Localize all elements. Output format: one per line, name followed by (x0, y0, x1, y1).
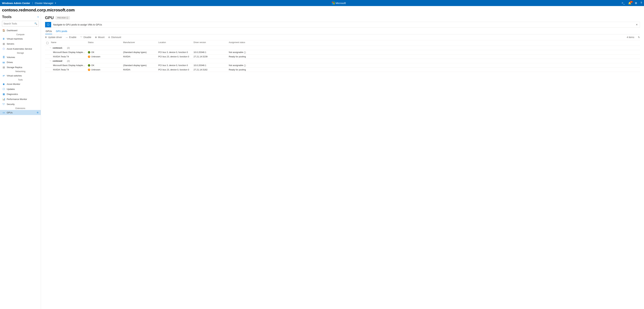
col-manufacturer[interactable]: Manufacturer (122, 40, 157, 46)
sidebar-item-icon: ▤ (2, 66, 5, 68)
cell-location: PCI bus 23, device 0, function 0 (157, 68, 192, 72)
cell-driver: 10.0.20348.1 (192, 63, 228, 68)
cell-assignment: Ready for pooling (228, 68, 640, 72)
cell-driver: 27.21.14.5239 (192, 54, 228, 59)
disable-button[interactable]: ﹀Disable (80, 36, 92, 39)
sidebar-item-label: GPUs (7, 111, 12, 114)
sidebar-item-label: Performance Monitor (7, 98, 27, 100)
sidebar-item-security[interactable]: 🛡Security (0, 102, 41, 107)
sidebar-item-label: Volumes (7, 56, 15, 58)
cell-status: ?Unknown (86, 54, 122, 59)
sidebar-item-label: Dashboard (7, 29, 18, 32)
topbar-divider: | (32, 2, 33, 4)
sidebar-item-virtual-machines[interactable]: 🖥Virtual machines (0, 36, 41, 41)
context-dropdown[interactable]: Cluster Manager (35, 2, 56, 4)
sidebar-item-updates[interactable]: ☐Updates (0, 86, 41, 92)
tab-gpus[interactable]: GPUs (45, 28, 52, 34)
table-row[interactable]: Microsoft Basic Display Adapter (Low Res… (45, 50, 640, 54)
chevron-down-icon: ﹀ (50, 60, 51, 62)
select-all-checkbox[interactable] (46, 42, 48, 44)
chevron-up-icon: ︿ (66, 36, 68, 39)
cell-name: NVIDIA Tesla T4 (50, 54, 86, 59)
notifications-badge: 12 (630, 1, 633, 3)
sidebar-item-icon: ☐ (2, 88, 5, 90)
sidebar-item-performance-monitor[interactable]: 📊Performance Monitor (0, 96, 41, 102)
cell-name: Microsoft Basic Display Adapter (Low Res… (50, 50, 86, 54)
tab-gpu-pools[interactable]: GPU pools (56, 28, 68, 34)
toolbar: ⬇Update driver ︿Enable ﹀Disable ⊕Mount ⊖… (45, 34, 640, 40)
item-count: 4 items (627, 36, 634, 38)
cell-location: PCI bus 3, device 0, function 0 (157, 50, 192, 54)
sidebar-item-icon: 📊 (2, 98, 5, 100)
tabs: GPUs GPU pools (45, 28, 640, 34)
sidebar-item-icon: ▭ (2, 111, 5, 114)
col-location[interactable]: Location (157, 40, 192, 46)
col-assignment[interactable]: Assignment status (228, 40, 640, 46)
cell-assignment: Ready for pooling (228, 54, 640, 59)
group-row[interactable]: ﹀contoso2(2) (45, 59, 640, 63)
info-icon[interactable]: i (244, 52, 246, 54)
sidebar-item-icon: 🏠 (2, 29, 5, 32)
collapse-sidebar-icon[interactable]: < (38, 16, 39, 18)
cell-name: Microsoft Basic Display Adapter (Low Res… (50, 63, 86, 68)
group-row[interactable]: ﹀contoso1(2) (45, 46, 640, 50)
sidebar-item-label: Azure Monitor (7, 83, 20, 85)
sidebar-item-dashboard[interactable]: 🏠Dashboard (0, 28, 41, 33)
sidebar-item-drives[interactable]: 🖴Drives (0, 60, 41, 65)
mount-button[interactable]: ⊕Mount (95, 36, 104, 38)
info-icon[interactable]: i (244, 64, 246, 66)
enable-button[interactable]: ︿Enable (66, 36, 76, 39)
cloud-shell-icon[interactable]: >_ (622, 2, 625, 4)
group-count: (2) (67, 46, 70, 49)
sidebar-item-icon: 🖴 (2, 61, 5, 64)
sidebar-item-volumes[interactable]: 🗄Volumes (0, 55, 41, 60)
page-title: GPU (45, 16, 54, 20)
sidebar-item-label: Diagnostics (7, 93, 18, 96)
sidebar-item-azure-monitor[interactable]: ◉Azure Monitor (0, 82, 41, 86)
refresh-icon[interactable]: ↻ (638, 36, 640, 38)
sidebar-item-icon: ▥ (2, 42, 5, 45)
sidebar-item-icon: 🖥 (2, 38, 5, 40)
topbar-center: Microsoft (56, 2, 622, 4)
sidebar-item-storage-replica[interactable]: ▤Storage Replica (0, 65, 41, 70)
cell-assignment: Not assignablei (228, 50, 640, 54)
connection-host: contoso.redmond.corp.microsoft.com (0, 6, 644, 14)
sidebar-item-azure-kubernetes-service[interactable]: ⬡Azure Kubernetes Service (0, 46, 41, 51)
search-input-field[interactable] (4, 22, 34, 25)
search-icon: 🔍 (34, 22, 37, 25)
group-name: contoso1 (53, 46, 62, 49)
sidebar-title: Tools (2, 15, 12, 19)
cell-manufacturer: (Standard display types) (122, 50, 157, 54)
preview-badge: PREVIEW i (56, 16, 70, 19)
chevron-down-icon: ﹀ (80, 36, 82, 39)
sidebar-item-gpus[interactable]: ▭GPUs⧉ (0, 110, 41, 115)
banner-close-icon[interactable]: ✕ (634, 22, 640, 27)
sidebar-item-servers[interactable]: ▥Servers (0, 41, 41, 46)
cell-location: PCI bus 3, device 0, function 0 (157, 63, 192, 68)
sidebar-item-icon: ⇄ (2, 74, 5, 77)
cell-status: ✓OK (86, 50, 122, 54)
search-tools-input[interactable]: 🔍 (2, 21, 39, 26)
update-driver-button[interactable]: ⬇Update driver (45, 36, 62, 38)
sidebar-item-virtual-switches[interactable]: ⇄Virtual switches (0, 73, 41, 78)
col-name[interactable]: Name (50, 40, 86, 46)
settings-icon[interactable]: ⚙ (635, 2, 637, 5)
table-row[interactable]: Microsoft Basic Display Adapter (Low Res… (45, 63, 640, 68)
col-driver[interactable]: Driver version (192, 40, 228, 46)
notifications-icon[interactable]: 🔔12 (628, 2, 632, 5)
cell-manufacturer: NVIDIA (122, 68, 157, 72)
info-banner: ⓘ Navigate to GPU pools to assign VMs to… (45, 22, 640, 28)
minus-circle-icon: ⊖ (108, 36, 110, 38)
microsoft-logo-icon (332, 2, 334, 4)
cell-name: NVIDIA Tesla T4 (50, 68, 86, 72)
dismount-button[interactable]: ⊖Dismount (108, 36, 121, 38)
microsoft-label: Microsoft (336, 2, 346, 4)
table-row[interactable]: NVIDIA Tesla T4?UnknownNVIDIAPCI bus 23,… (45, 68, 640, 72)
banner-info-icon: ⓘ (45, 22, 51, 27)
help-icon[interactable]: ? (640, 2, 642, 4)
sidebar-item-label: Servers (7, 42, 14, 45)
status-unknown-icon: ? (88, 68, 90, 71)
sidebar-item-diagnostics[interactable]: ▦Diagnostics (0, 92, 41, 96)
table-row[interactable]: NVIDIA Tesla T4?UnknownNVIDIAPCI bus 23,… (45, 54, 640, 59)
col-status[interactable]: Status (86, 40, 122, 46)
